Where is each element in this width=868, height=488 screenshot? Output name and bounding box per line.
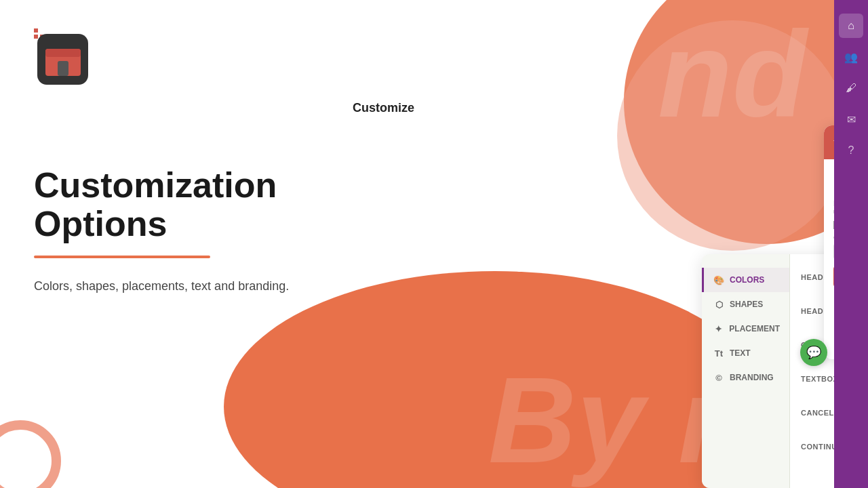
- nav-item-placement[interactable]: ✦ PLACEMENT: [702, 317, 789, 341]
- nav-item-text[interactable]: Tt TEXT: [702, 341, 789, 365]
- nav-item-shapes[interactable]: ⬡ SHAPES: [702, 292, 789, 317]
- nav-item-colors[interactable]: 🎨 COLORS: [702, 268, 789, 292]
- logo: [34, 27, 92, 85]
- svg-rect-2: [58, 61, 68, 76]
- users-icon: 👥: [844, 51, 858, 64]
- svg-rect-1: [45, 49, 81, 57]
- chat-fab[interactable]: 💬: [800, 339, 827, 366]
- chat-icon: 💬: [806, 345, 821, 360]
- right-sidebar: ⌂ 👥 🖌 ✉ ?: [834, 0, 868, 488]
- nav-label-colors: COLORS: [730, 275, 764, 285]
- colors-icon: 🎨: [713, 274, 724, 285]
- subtext: Colors, shapes, placements, text and bra…: [34, 277, 319, 296]
- sidebar-users-btn[interactable]: 👥: [839, 45, 863, 69]
- sidebar-mail-btn[interactable]: ✉: [839, 107, 863, 131]
- logo-bg: [37, 34, 88, 85]
- nav-label-placement: PLACEMENT: [729, 324, 780, 333]
- home-icon: ⌂: [848, 20, 854, 32]
- nav-item-branding[interactable]: © BRANDING: [702, 365, 789, 390]
- nav-label-branding: BRANDING: [730, 373, 774, 382]
- paint-icon: 🖌: [846, 82, 856, 94]
- left-content: Customization Options Colors, shapes, pl…: [0, 0, 353, 488]
- page-heading: Customization Options: [34, 166, 319, 243]
- nav-label-shapes: SHAPES: [730, 300, 763, 309]
- nav-label-text: TEXT: [730, 348, 751, 358]
- sidebar-paint-btn[interactable]: 🖌: [839, 76, 863, 100]
- watermark-top: nd: [658, 14, 807, 136]
- text-icon: Tt: [713, 348, 724, 359]
- customize-title: Customize: [353, 101, 414, 115]
- sidebar-help-btn[interactable]: ?: [839, 138, 863, 163]
- branding-icon: ©: [713, 372, 724, 383]
- divider: [34, 256, 210, 258]
- shapes-icon: ⬡: [713, 299, 724, 310]
- help-icon: ?: [848, 144, 854, 157]
- mail-icon: ✉: [847, 113, 856, 126]
- sidebar-home-btn[interactable]: ⌂: [839, 14, 863, 38]
- sidebar-nav: 🎨 COLORS ⬡ SHAPES ✦ PLACEMENT Tt TEXT ©: [702, 254, 790, 488]
- placement-icon: ✦: [713, 323, 724, 334]
- customize-panel-wrapper: Customize 🎨 COLORS ⬡ SHAPES ✦ PLACEMENT …: [353, 125, 827, 359]
- logo-area: [34, 27, 319, 85]
